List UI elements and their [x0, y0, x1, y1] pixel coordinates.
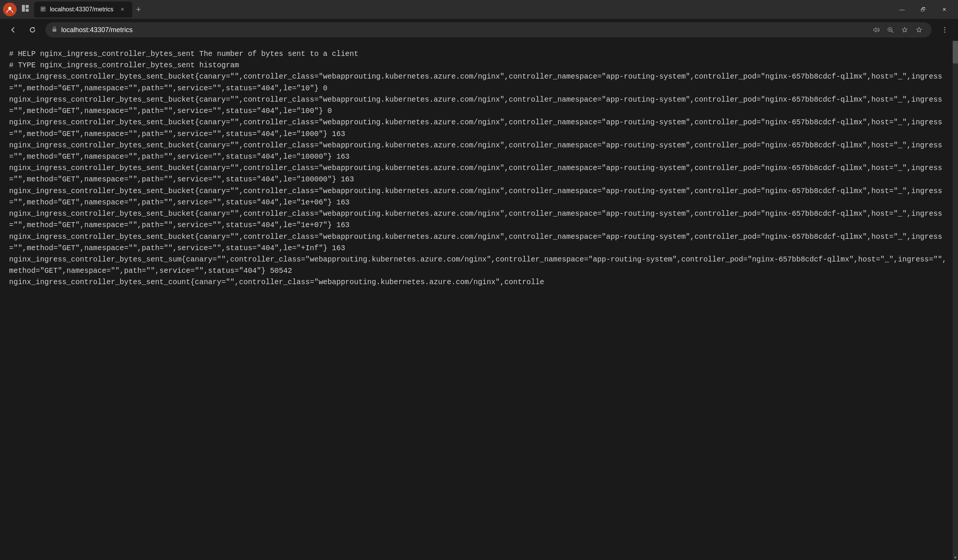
- favorites-button[interactable]: [898, 24, 911, 36]
- window-controls: — 🗗 ✕: [891, 3, 955, 16]
- active-tab[interactable]: localhost:43307/metrics ×: [34, 2, 132, 17]
- lock-icon: [51, 26, 57, 33]
- addressbar: localhost:43307/metrics: [0, 19, 958, 41]
- svg-rect-3: [26, 9, 29, 12]
- close-button[interactable]: ✕: [934, 3, 955, 16]
- zoom-button[interactable]: [884, 24, 897, 36]
- tab-close-button[interactable]: ×: [119, 6, 126, 13]
- scrollbar-down-arrow[interactable]: ▼: [953, 555, 958, 560]
- scrollbar[interactable]: ▲ ▼: [953, 41, 958, 560]
- svg-rect-1: [22, 5, 25, 12]
- back-button[interactable]: [6, 23, 20, 36]
- layout-icon[interactable]: [21, 4, 30, 15]
- address-action-buttons: [869, 24, 926, 36]
- restore-button[interactable]: 🗗: [913, 3, 934, 16]
- svg-point-8: [944, 30, 945, 31]
- metrics-output: # HELP nginx_ingress_controller_bytes_se…: [9, 48, 949, 288]
- tab-page-icon: [40, 6, 46, 13]
- url-display: localhost:43307/metrics: [61, 26, 866, 34]
- favorites-bar-button[interactable]: [913, 24, 926, 36]
- tab-bar: localhost:43307/metrics × +: [34, 2, 887, 17]
- titlebar: localhost:43307/metrics × + — 🗗 ✕: [0, 0, 958, 19]
- svg-rect-5: [52, 29, 56, 32]
- profile-avatar[interactable]: [3, 3, 17, 16]
- new-tab-button[interactable]: +: [132, 5, 145, 14]
- svg-point-7: [944, 27, 945, 29]
- address-bar-container[interactable]: localhost:43307/metrics: [45, 22, 931, 37]
- toolbar-buttons: [937, 23, 952, 37]
- tab-title: localhost:43307/metrics: [50, 6, 113, 13]
- svg-rect-4: [40, 6, 46, 12]
- more-button[interactable]: [937, 23, 952, 37]
- read-aloud-button[interactable]: [869, 24, 882, 36]
- svg-rect-2: [26, 5, 29, 8]
- minimize-button[interactable]: —: [891, 3, 913, 16]
- svg-point-9: [944, 32, 945, 33]
- page-content: # HELP nginx_ingress_controller_bytes_se…: [0, 41, 958, 560]
- refresh-button[interactable]: [26, 23, 39, 36]
- svg-point-0: [8, 7, 11, 10]
- scrollbar-thumb[interactable]: [953, 41, 958, 63]
